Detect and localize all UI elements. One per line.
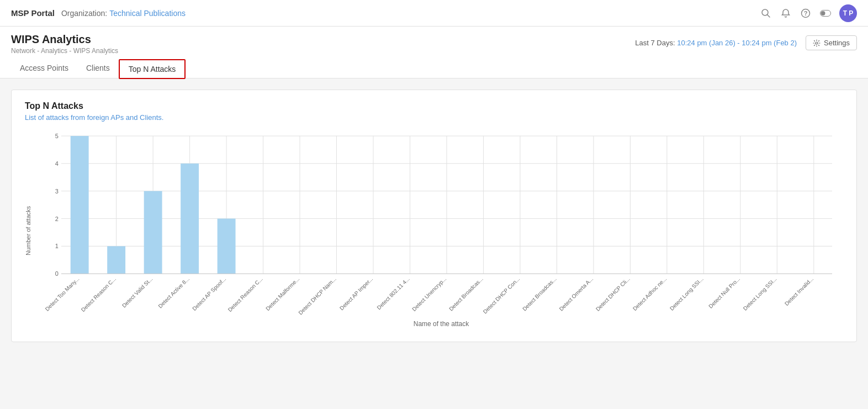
- svg-text:Detect AP Spoof...: Detect AP Spoof...: [191, 276, 227, 312]
- svg-text:Detect DHCP Cli...: Detect DHCP Cli...: [595, 276, 631, 312]
- svg-text:Detect Omerta A...: Detect Omerta A...: [558, 276, 595, 312]
- chart-card: Top N Attacks List of attacks from forei…: [11, 90, 857, 342]
- brand-label: MSP Portal: [11, 8, 55, 18]
- svg-text:Detect DHCP Nam...: Detect DHCP Nam...: [297, 276, 337, 316]
- svg-rect-44: [218, 219, 236, 274]
- navbar: MSP Portal Organization: Technical Publi…: [0, 0, 868, 27]
- svg-text:Detect Adhoc ne...: Detect Adhoc ne...: [632, 276, 668, 312]
- svg-text:2: 2: [55, 216, 59, 222]
- page-title: WIPS Analytics: [11, 33, 118, 46]
- svg-text:0: 0: [55, 270, 59, 277]
- svg-text:Detect 802.11 4...: Detect 802.11 4...: [375, 276, 410, 311]
- svg-text:1: 1: [55, 243, 59, 249]
- breadcrumb: Network - Analytics - WIPS Analytics: [11, 47, 118, 55]
- help-icon[interactable]: ?: [800, 7, 812, 19]
- page-header: WIPS Analytics Network - Analytics - WIP…: [0, 27, 868, 78]
- svg-text:Detect Active 8...: Detect Active 8...: [157, 276, 190, 310]
- chart-area: 012345Detect Too Many...Detect Reason C.…: [39, 130, 843, 331]
- svg-text:Detect Valid St...: Detect Valid St...: [121, 276, 154, 309]
- svg-text:Detect Null Pro...: Detect Null Pro...: [707, 276, 741, 310]
- tabs: Access Points Clients Top N Attacks: [11, 59, 857, 78]
- date-range-label: Last 7 Days:: [635, 39, 675, 47]
- gear-icon: [813, 39, 821, 47]
- svg-point-5: [821, 11, 825, 15]
- avatar[interactable]: T P: [839, 4, 857, 22]
- svg-line-1: [768, 14, 770, 17]
- svg-text:Detect Unencryp...: Detect Unencryp...: [411, 276, 447, 312]
- svg-rect-41: [107, 246, 125, 274]
- svg-point-6: [816, 42, 818, 44]
- tab-top-n-attacks[interactable]: Top N Attacks: [119, 59, 186, 79]
- settings-button[interactable]: Settings: [806, 35, 857, 50]
- svg-rect-40: [71, 136, 89, 274]
- svg-rect-42: [144, 191, 162, 274]
- main-content: Top N Attacks List of attacks from forei…: [0, 78, 868, 353]
- svg-text:Detect Broadcas...: Detect Broadcas...: [448, 276, 484, 312]
- settings-label: Settings: [824, 39, 850, 47]
- svg-text:Detect Broadcas...: Detect Broadcas...: [521, 276, 558, 312]
- tab-access-points[interactable]: Access Points: [11, 59, 77, 78]
- tab-clients[interactable]: Clients: [77, 59, 119, 78]
- svg-text:Detect Reason C...: Detect Reason C...: [80, 276, 117, 313]
- chart-wrapper: Number of attacks 012345Detect Too Many.…: [25, 130, 843, 331]
- chart-subtitle: List of attacks from foreign APs and Cli…: [25, 113, 843, 122]
- org-value[interactable]: Technical Publications: [109, 9, 186, 18]
- toggle-icon[interactable]: [819, 7, 832, 19]
- search-icon[interactable]: [760, 7, 772, 19]
- org-label: Organization:: [61, 9, 107, 18]
- date-range: Last 7 Days: 10:24 pm (Jan 26) - 10:24 p…: [635, 39, 797, 47]
- svg-text:Detect Long SSI...: Detect Long SSI...: [669, 276, 705, 312]
- svg-text:Detect Long SSI...: Detect Long SSI...: [742, 276, 778, 312]
- svg-text:Detect AP Imper...: Detect AP Imper...: [338, 276, 374, 311]
- svg-text:Detect Invalid...: Detect Invalid...: [784, 276, 814, 307]
- y-axis-label: Number of attacks: [25, 130, 35, 331]
- navbar-icons: ? T P: [760, 4, 857, 22]
- svg-text:Name of the attack: Name of the attack: [414, 320, 469, 328]
- svg-text:Detect Reason C...: Detect Reason C...: [227, 276, 264, 313]
- svg-text:Detect Malforme...: Detect Malforme...: [264, 276, 300, 312]
- date-range-value: 10:24 pm (Jan 26) - 10:24 pm (Feb 2): [677, 39, 797, 47]
- svg-text:Detect Too Many...: Detect Too Many...: [44, 276, 81, 312]
- svg-rect-43: [181, 164, 199, 274]
- svg-text:4: 4: [55, 160, 59, 167]
- bell-icon[interactable]: [780, 7, 792, 19]
- svg-text:3: 3: [55, 188, 59, 195]
- svg-text:5: 5: [55, 133, 59, 139]
- chart-title: Top N Attacks: [25, 101, 843, 111]
- svg-text:?: ?: [804, 10, 808, 17]
- chart-svg: 012345Detect Too Many...Detect Reason C.…: [39, 130, 843, 331]
- svg-text:Detect DHCP Con...: Detect DHCP Con...: [482, 276, 521, 315]
